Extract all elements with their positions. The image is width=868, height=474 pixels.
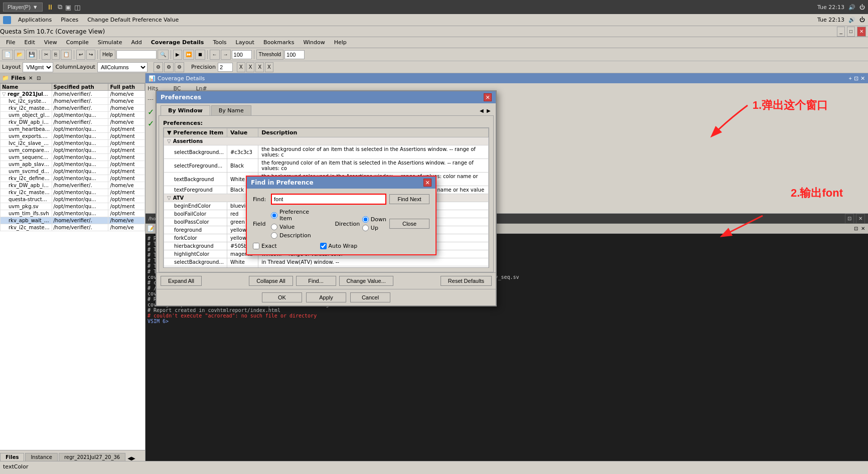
places-menu[interactable]: Places — [57, 16, 82, 24]
menu-add[interactable]: Add — [127, 38, 146, 47]
pref-tab-nav-left[interactable]: ◀ — [479, 105, 485, 115]
lyt-btn1[interactable]: ⚙ — [154, 62, 163, 72]
tb-new-btn[interactable]: 📄 — [2, 50, 13, 60]
menu-help[interactable]: Help — [330, 38, 351, 47]
prec-btn1[interactable]: X — [237, 62, 245, 72]
prec-btn4[interactable]: X — [265, 62, 273, 72]
find-text-input[interactable] — [271, 194, 386, 205]
source-expand-btn[interactable]: ⊡ — [845, 214, 854, 224]
check-exact[interactable]: Exact — [253, 243, 277, 249]
close-btn[interactable]: ✕ — [857, 27, 866, 37]
prec-btn2[interactable]: X — [246, 62, 255, 72]
tab-files[interactable]: Files — [0, 453, 24, 461]
expand-all-btn[interactable]: Expand All — [161, 276, 202, 286]
file-row-15[interactable]: questa-structure.sv.../opt/mentor/qu.../… — [1, 196, 145, 203]
tab-nav-right[interactable]: ▶ — [131, 455, 135, 461]
tb-search-input[interactable] — [116, 50, 157, 59]
menu-file[interactable]: File — [2, 38, 19, 47]
pref-tab-nav-right[interactable]: ▶ — [486, 105, 492, 115]
menu-compile[interactable]: Compile — [62, 38, 93, 47]
file-row-14[interactable]: rkv_i2c_master_en.../opt/mentor/qu.../op… — [1, 189, 145, 196]
radio-description[interactable]: Description — [271, 232, 322, 239]
tb-cut-btn[interactable]: ✂ — [42, 50, 51, 60]
pref-row-selectfg[interactable]: selectForeground... Black the foreground… — [164, 159, 489, 173]
file-row-0[interactable]: ▽ regr_2021Jul27_20_.../home/verifier/./… — [1, 91, 145, 98]
cancel-btn[interactable]: Cancel — [350, 292, 390, 302]
menu-layout[interactable]: Layout — [232, 38, 258, 47]
power-icon[interactable]: ⏻ — [859, 4, 865, 11]
file-row-11[interactable]: uvm_svcmd_dpi.sv.../opt/mentor/qu.../opt… — [1, 168, 145, 175]
applications-menu[interactable]: Applications — [14, 16, 56, 24]
pref-row-selfg2[interactable]: selectBackground... White in Thread View… — [164, 258, 489, 266]
file-row-17[interactable]: uvm_tim_ifs.svh/opt/mentor/qu.../opt/men… — [1, 210, 145, 217]
change-value-btn[interactable]: Change Value... — [339, 276, 393, 286]
file-row-13[interactable]: rkv_DW_apb_i2c_.../home/verifier/./home/… — [1, 182, 145, 189]
power-right-icon[interactable]: ⏻ — [859, 17, 865, 23]
find-close-btn[interactable]: Close — [389, 219, 429, 229]
files-panel-close[interactable]: ✕ — [28, 75, 34, 81]
menu-window[interactable]: Window — [299, 38, 329, 47]
file-row-6[interactable]: uvm_exports.svh/opt/mentor/qu.../opt/men… — [1, 133, 145, 140]
tb-save-btn[interactable]: 💾 — [26, 50, 37, 60]
file-row-19[interactable]: rkv_i2c_master_rx.../home/verifier/./hom… — [1, 224, 145, 231]
pref-tab-by-name[interactable]: By Name — [211, 105, 251, 115]
maximize-btn[interactable]: □ — [847, 27, 855, 37]
check-autowrap-input[interactable] — [320, 243, 327, 249]
minimize-btn[interactable]: _ — [837, 27, 845, 37]
tb-zoom-btn[interactable]: ← — [210, 50, 220, 60]
menu-edit[interactable]: Edit — [20, 38, 39, 47]
tb-icon3[interactable]: ◫ — [74, 4, 80, 11]
menu-view[interactable]: View — [40, 38, 61, 47]
tb-sim-btn3[interactable]: ⏹ — [195, 50, 205, 60]
menu-simulate[interactable]: Simulate — [94, 38, 126, 47]
tb-zoom-input[interactable] — [232, 50, 252, 59]
tab-instance[interactable]: Instance — [25, 453, 58, 461]
file-row-2[interactable]: rkv_i2c_master_hs.../home/verifier/./hom… — [1, 105, 145, 112]
files-panel-dock[interactable]: ⊡ — [36, 75, 42, 81]
file-row-9[interactable]: uvm_sequencer.sv.../opt/mentor/qu.../opt… — [1, 154, 145, 161]
pref-row-selectbg[interactable]: selectBackground... #c3c3c3 the backgrou… — [164, 145, 489, 159]
transcript-close-btn[interactable]: ✕ — [860, 226, 866, 231]
tb-open-btn[interactable]: 📂 — [14, 50, 25, 60]
menu-bookmarks[interactable]: Bookmarks — [259, 38, 298, 47]
tb-redo-btn[interactable]: ↪ — [86, 50, 95, 60]
menu-tools[interactable]: Tools — [209, 38, 230, 47]
precision-input[interactable] — [218, 63, 233, 72]
file-row-7[interactable]: lvc_i2c_slave_seq.../opt/mentor/qu.../op… — [1, 140, 145, 147]
pref-dialog-close-btn[interactable]: ✕ — [484, 93, 492, 101]
tb-zoom-btn2[interactable]: → — [221, 50, 231, 60]
file-row-12[interactable]: rkv_i2c_defines.sv.../opt/mentor/qu.../o… — [1, 175, 145, 182]
radio-value-input[interactable] — [271, 224, 277, 230]
source-close-btn[interactable]: ✕ — [856, 214, 865, 224]
check-exact-input[interactable] — [253, 243, 259, 249]
menu-coverage-details[interactable]: Coverage Details — [147, 38, 208, 47]
change-default-menu[interactable]: Change Default Preference Value — [83, 16, 183, 24]
find-next-btn[interactable]: Find Next — [389, 194, 429, 204]
file-row-1[interactable]: lvc_i2c_system_en.../home/verifier/./hom… — [1, 98, 145, 105]
radio-pref-item[interactable]: Preference Item — [271, 209, 322, 222]
reset-defaults-btn[interactable]: Reset Defaults — [441, 276, 492, 286]
lyt-btn2[interactable]: ⚙ — [164, 62, 174, 72]
tb-threshold-input[interactable] — [284, 50, 305, 59]
collapse-all-btn[interactable]: Collapse All — [249, 276, 293, 286]
file-row-16[interactable]: uvm_pkg.sv/opt/mentor/qu.../opt/ment — [1, 203, 145, 210]
radio-down-input[interactable] — [362, 216, 369, 223]
column-layout-select[interactable]: AllColumns — [97, 62, 148, 72]
layout-select[interactable]: VMgmt — [23, 62, 53, 72]
tb-icon2[interactable]: ▣ — [65, 4, 71, 11]
apply-btn[interactable]: Apply — [306, 292, 346, 302]
file-row-4[interactable]: rkv_DW_apb_i2c.v/home/verifier/./home/ve — [1, 119, 145, 126]
tb-help-btn[interactable]: Help — [100, 50, 115, 60]
tb-undo-btn[interactable]: ↩ — [76, 50, 85, 60]
find-dialog-close-btn[interactable]: ✕ — [423, 179, 431, 187]
prec-btn3[interactable]: X — [255, 62, 264, 72]
tb-search-go-btn[interactable]: 🔍 — [158, 50, 169, 60]
tb-icon1[interactable]: ⧉ — [58, 3, 62, 11]
tb-sim-btn2[interactable]: ⏩ — [183, 50, 194, 60]
radio-down[interactable]: Down — [362, 216, 386, 223]
radio-up[interactable]: Up — [362, 225, 386, 231]
tb-copy-btn[interactable]: ⎘ — [52, 50, 60, 60]
ok-btn[interactable]: OK — [262, 292, 302, 302]
cov-float-btn[interactable]: ⊡ — [854, 75, 858, 82]
cov-close-btn[interactable]: ✕ — [860, 75, 865, 82]
